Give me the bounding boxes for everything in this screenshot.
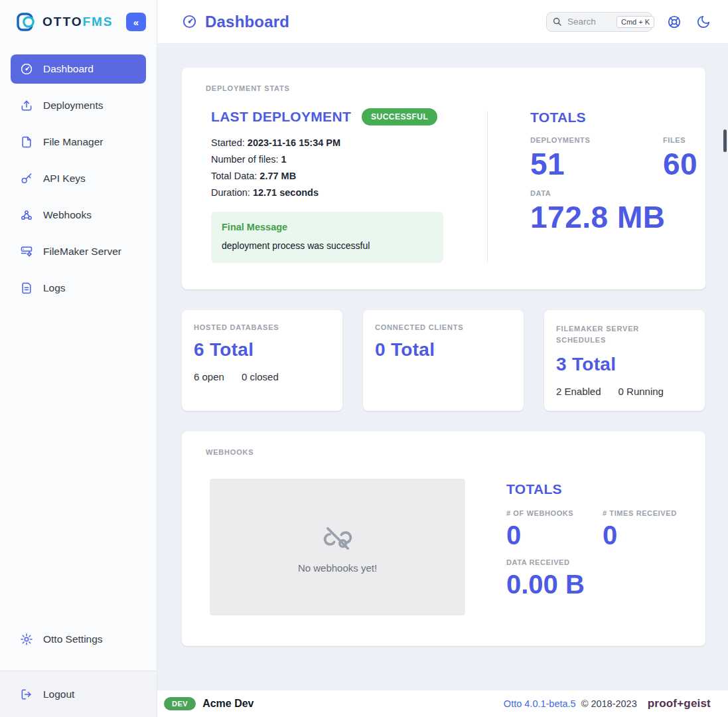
deployment-status-badge: SUCCESSFUL — [362, 108, 437, 125]
logout-button[interactable]: Logout — [11, 680, 146, 709]
deployments-icon — [20, 99, 33, 112]
webhook-broken-icon — [321, 521, 355, 556]
support-icon[interactable] — [667, 15, 682, 29]
fms-schedules-card: FILEMAKER SERVER SCHEDULES 3 Total 2 Ena… — [544, 310, 705, 411]
server-gear-icon — [20, 245, 33, 258]
final-message-title: Final Message — [222, 222, 433, 232]
environment-name: Acme Dev — [202, 698, 254, 710]
webhook-count: # OF WEBHOOKS 0 — [506, 509, 603, 549]
logo-row: OTTOFMS « — [0, 0, 157, 44]
version-link[interactable]: Otto 4.0.1-beta.5 — [504, 698, 576, 709]
proofgeist-logo: proof+geist — [648, 697, 711, 710]
sidebar-item-logs[interactable]: Logs — [11, 274, 146, 303]
search-icon — [552, 17, 562, 27]
scrollbar-thumb[interactable] — [723, 129, 727, 152]
hosted-databases-card: HOSTED DATABASES 6 Total 6 open 0 closed — [182, 310, 342, 411]
dark-mode-moon-icon[interactable] — [696, 15, 711, 29]
deployment-details: Started: 2023-11-16 15:34 PM Number of f… — [211, 136, 465, 200]
webhook-data-received: DATA RECEIVED 0.00 B — [506, 558, 677, 598]
ottofms-logo-icon — [16, 11, 37, 33]
webhooks-label: WEBHOOKS — [206, 448, 679, 456]
sidebar-bottom: Logout — [0, 671, 157, 717]
totals-deployments-value: 51 — [530, 148, 663, 180]
totals-files: FILES 60 — [663, 136, 697, 180]
webhooks-totals-grid: # OF WEBHOOKS 0 # TIMES RECEIVED 0 DATA … — [506, 509, 677, 598]
detail-value: 12.71 seconds — [253, 187, 319, 198]
fms-schedules-sub: 2 Enabled 0 Running — [556, 386, 693, 397]
app-window: OTTOFMS « Dashboard Deployments — [0, 0, 728, 717]
search-box[interactable]: Cmd + K — [546, 12, 652, 32]
page-title-group: Dashboard — [182, 13, 289, 31]
main-area: Dashboard Cmd + K — [157, 0, 728, 717]
totals-deployments-label: DEPLOYMENTS — [530, 136, 663, 144]
totals-files-label: FILES — [663, 136, 697, 144]
webhooks-totals-column: TOTALS # OF WEBHOOKS 0 # TIMES RECEIVED … — [465, 479, 677, 615]
totals-data-value: 172.8 MB — [530, 201, 697, 233]
sidebar-item-api-keys[interactable]: API Keys — [11, 164, 146, 193]
footer: DEV Acme Dev Otto 4.0.1-beta.5 © 2018-20… — [157, 690, 728, 717]
sidebar-item-label: Webhooks — [43, 209, 92, 221]
webhooks-columns: No webhooks yet! TOTALS # OF WEBHOOKS 0 … — [206, 479, 679, 615]
hosted-databases-sub: 6 open 0 closed — [194, 371, 330, 382]
sidebar-item-dashboard[interactable]: Dashboard — [11, 54, 146, 84]
chevron-double-left-icon: « — [133, 17, 139, 28]
open-count: 6 open — [194, 371, 224, 382]
search-input[interactable] — [566, 16, 613, 27]
dashboard-title-icon — [182, 14, 197, 29]
webhooks-empty-state: No webhooks yet! — [210, 479, 465, 615]
detail-value: 2023-11-16 15:34 PM — [248, 137, 340, 148]
topbar: Dashboard Cmd + K — [157, 0, 728, 44]
sidebar-item-label: Dashboard — [43, 63, 94, 75]
sidebar-item-otto-settings[interactable]: Otto Settings — [11, 625, 146, 654]
webhook-data-value: 0.00 B — [506, 570, 677, 598]
totals-deployments: DEPLOYMENTS 51 — [530, 136, 663, 180]
page-title: Dashboard — [205, 13, 289, 31]
sidebar-item-deployments[interactable]: Deployments — [11, 91, 146, 120]
sidebar-item-label: Otto Settings — [43, 633, 103, 645]
webhook-count-label: # OF WEBHOOKS — [506, 509, 603, 517]
final-message-body: deployment process was successful — [222, 240, 433, 251]
sidebar-item-label: Deployments — [43, 100, 103, 112]
detail-label: Number of files: — [211, 154, 281, 165]
sidebar-collapse-button[interactable]: « — [126, 13, 146, 31]
copyright-text: © 2018-2023 — [581, 698, 637, 709]
key-icon — [20, 172, 33, 185]
connected-clients-card: CONNECTED CLIENTS 0 Total — [363, 310, 524, 411]
sidebar-item-filemaker-server[interactable]: FileMaker Server — [11, 237, 146, 266]
totals-data-label: DATA — [530, 189, 697, 197]
logs-icon — [20, 281, 33, 295]
sidebar-item-label: API Keys — [43, 173, 86, 185]
detail-label: Total Data: — [211, 171, 259, 181]
sidebar-item-label: FileMaker Server — [43, 246, 121, 258]
deployment-stats-label: DEPLOYMENT STATS — [206, 84, 679, 92]
totals-grid: DEPLOYMENTS 51 FILES 60 DATA 172.8 MB — [530, 136, 697, 234]
sidebar-item-label: File Manager — [43, 136, 103, 148]
enabled-count: 2 Enabled — [556, 386, 601, 397]
webhooks-totals-title: TOTALS — [506, 481, 677, 497]
deployment-detail-row: Number of files: 1 — [211, 153, 465, 167]
file-icon — [20, 135, 33, 149]
webhook-received-label: # TIMES RECEIVED — [603, 509, 677, 517]
webhooks-card: WEBHOOKS No webhooks yet! TOTALS — [182, 432, 705, 646]
closed-count: 0 closed — [242, 371, 279, 382]
logout-label: Logout — [43, 688, 74, 700]
connected-clients-label: CONNECTED CLIENTS — [375, 323, 512, 331]
environment-badge: DEV — [164, 697, 196, 710]
logo-fms: FMS — [82, 15, 113, 29]
topbar-right: Cmd + K — [546, 12, 711, 32]
sidebar: OTTOFMS « Dashboard Deployments — [0, 0, 157, 717]
search-shortcut-kbd: Cmd + K — [617, 16, 654, 28]
sidebar-item-webhooks[interactable]: Webhooks — [11, 200, 146, 230]
final-message-box: Final Message deployment process was suc… — [211, 212, 443, 263]
webhook-received: # TIMES RECEIVED 0 — [603, 509, 677, 549]
sidebar-nav: Dashboard Deployments File Manager — [0, 44, 157, 310]
totals-files-value: 60 — [663, 148, 697, 180]
fms-schedules-total: 3 Total — [556, 354, 693, 375]
sidebar-item-file-manager[interactable]: File Manager — [11, 127, 146, 157]
logout-icon — [20, 688, 33, 701]
gear-icon — [20, 633, 33, 646]
sidebar-item-label: Logs — [43, 282, 66, 294]
sidebar-spacer — [0, 310, 157, 625]
app-logo-text: OTTOFMS — [42, 15, 113, 29]
dashboard-content: DEPLOYMENT STATS LAST DEPLOYMENT SUCCESS… — [157, 44, 728, 690]
